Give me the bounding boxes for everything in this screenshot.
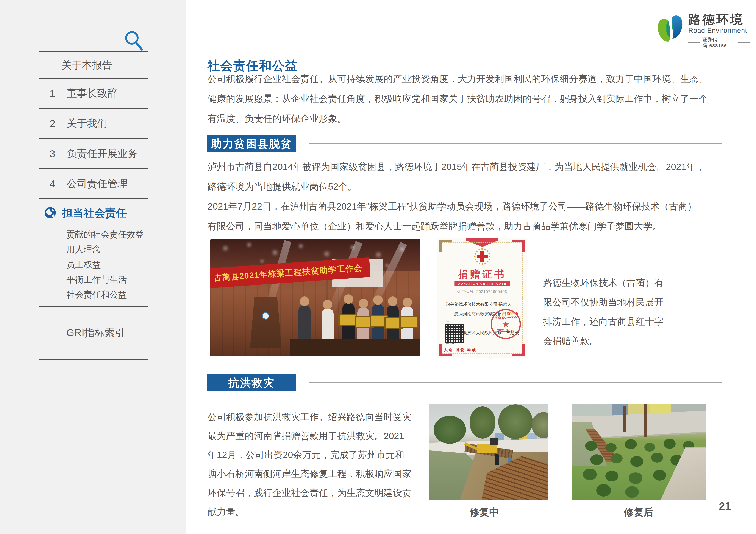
paragraph-line: 公司积极参加抗洪救灾工作。绍兴路德向当时受灾 (207, 407, 411, 426)
sidebar-item-responsible-business[interactable]: 3 负责任开展业务 (39, 138, 148, 168)
intro-line: 公司积极履行企业社会责任。从可持续发展的产业投资角度，大力开发利国利民的环保细分… (207, 69, 708, 89)
table-of-contents-sidebar: 关于本报告 1 董事长致辞 2 关于我们 3 负责任开展业务 4 公司责任管理 (0, 0, 186, 534)
sidebar-item-label: 关于我们 (67, 117, 107, 130)
stock-code: 证券代码:688156 (702, 37, 735, 49)
toc-nav: 关于本报告 1 董事长致辞 2 关于我们 3 负责任开展业务 4 公司责任管理 (39, 51, 148, 360)
sidebar-subitem-work-life-balance[interactable]: 平衡工作与生活 (67, 272, 148, 287)
paragraph-line: 泸州市古蔺县自2014年被评为国家级贫困县，路德环境于2015年在古蔺县投资建厂… (207, 157, 705, 177)
sidebar-divider (39, 359, 148, 360)
photo-donation-certificate: 捐赠证书 DONATION CERTIFICATE 证书编号: 20210726… (438, 238, 527, 358)
sidebar-item-label: 负责任开展业务 (67, 147, 138, 161)
photo-donation-ceremony: 古蔺县2021年栋梁工程扶贫助学工作会 (210, 240, 420, 356)
corner-ornament (439, 240, 452, 252)
caption-during: 修复中 (470, 506, 499, 519)
red-seal: 河南省红十字会 ★ 2021.07.26 (491, 309, 521, 339)
sidebar-subitem-social-benefit[interactable]: 贡献的社会责任效益 (67, 227, 148, 242)
side-note-line: 会捐赠善款。 (543, 331, 663, 350)
sidebar-subitem-csr-charity[interactable]: 社会责任和公益 (67, 287, 148, 302)
sidebar-item-chairman-address[interactable]: 1 董事长致辞 (39, 78, 148, 108)
intro-line: 健康的发展愿景；从企业社会责任角度，积极响应党和国家关于扶贫助农助困的号召，躬身… (207, 89, 708, 109)
search-icon[interactable] (124, 31, 144, 51)
poverty-paragraph-2: 2021年7月22日，在泸州古蔺县2021年“栋梁工程”扶贫助学动员会现场，路德… (207, 196, 697, 236)
excavator (477, 444, 498, 453)
tree (470, 406, 496, 439)
sidebar-item-label: 董事长致辞 (67, 87, 118, 100)
page-number: 21 (719, 500, 731, 513)
certificate-title: 捐赠证书 (438, 267, 527, 281)
side-note-line: 限公司不仅协助当地村民展开 (543, 292, 663, 312)
sidebar-subitems: 贡献的社会责任效益 用人理念 员工权益 平衡工作与生活 社会责任和公益 (39, 227, 148, 302)
sidebar-item-number: 2 (50, 117, 60, 129)
star-icon: ★ (502, 320, 510, 329)
worker-silhouette (495, 454, 499, 465)
paragraph-line: 最为严重的河南省捐赠善款用于抗洪救灾。2021 (207, 426, 411, 445)
report-page: 关于本报告 1 董事长致辞 2 关于我们 3 负责任开展业务 4 公司责任管理 (0, 0, 756, 534)
certificate-recipient: 绍兴路德环保技术有限公司 捐赠人 (446, 299, 520, 309)
certificate-motto: 人道 博爱 奉献 (444, 347, 476, 352)
intro-paragraph: 公司积极履行企业社会责任。从可持续发展的产业投资角度，大力开发利国利民的环保细分… (207, 69, 708, 128)
planted-bushes (585, 441, 597, 451)
tree-trunk (644, 404, 647, 437)
paragraph-line: 有限公司，同当地爱心单位（企业）和爱心人士一起踊跃举牌捐赠善款，助力古蔺品学兼优… (207, 216, 697, 236)
ceiling-lights (210, 240, 210, 240)
sidebar-subitem-talent-philosophy[interactable]: 用人理念 (67, 242, 148, 257)
caption-after: 修复后 (624, 506, 654, 519)
corner-ornament (512, 240, 525, 252)
sidebar-item-number: 3 (50, 148, 60, 160)
sidebar-item-label: 担当社会责任 (62, 206, 127, 220)
stock-dash-left (688, 42, 700, 43)
red-cross-laurel-icon (474, 248, 491, 265)
sidebar-item-number: 4 (50, 178, 60, 190)
paragraph-line: 塘小石桥河南侧河岸生态修复工程，积极响应国家 (207, 464, 411, 483)
globe-icon (44, 207, 56, 220)
sidebar-section-social-responsibility: 担当社会责任 贡献的社会责任效益 用人理念 员工权益 平衡工作与生活 社会责任和… (39, 198, 148, 306)
logo-leaf-icon (657, 13, 685, 49)
tree (498, 404, 533, 439)
podium (250, 297, 282, 348)
certificate-subtitle: DONATION CERTIFICATE (454, 281, 510, 286)
certificate-number: 证书编号: 2021072600406 (438, 289, 527, 294)
tree-trunk (623, 406, 626, 432)
sidebar-item-label: 关于本报告 (62, 58, 112, 72)
award-plaque (338, 314, 357, 326)
stage-table (290, 339, 420, 356)
side-note-line: 路德生物环保技术（古蔺）有 (543, 273, 663, 292)
seal-org: 河南省红十字会 (495, 316, 517, 320)
sidebar-subitem-employee-rights[interactable]: 员工权益 (67, 257, 148, 272)
stone-parapet (660, 447, 706, 500)
photo-riverbank-after-restoration (572, 404, 706, 500)
section-rule (309, 382, 722, 383)
paragraph-line: 环保号召，践行企业社会责任，为生态文明建设贡 (207, 483, 411, 502)
poverty-paragraph-1: 泸州市古蔺县自2014年被评为国家级贫困县，路德环境于2015年在古蔺县投资建厂… (207, 157, 705, 196)
paragraph-line: 献力量。 (207, 502, 411, 521)
paragraph-line: 路德环境为当地提供就业岗位52个。 (207, 177, 705, 196)
certificate-side-note: 路德生物环保技术（古蔺）有 限公司不仅协助当地村民展开 排涝工作，还向古蔺县红十… (543, 273, 663, 350)
sidebar-item-label: 公司责任管理 (67, 177, 127, 191)
flood-relief-paragraph: 公司积极参加抗洪救灾工作。绍兴路德向当时受灾 最为严重的河南省捐赠善款用于抗洪救… (207, 407, 411, 521)
section-rule (309, 142, 722, 144)
sidebar-item-about-us[interactable]: 2 关于我们 (39, 108, 148, 138)
sidebar-item-responsibility-management[interactable]: 4 公司责任管理 (39, 168, 148, 198)
sidebar-item-about-report[interactable]: 关于本报告 (39, 51, 148, 78)
paragraph-line: 2021年7月22日，在泸州古蔺县2021年“栋梁工程”扶贫助学动员会现场，路德… (207, 196, 697, 216)
sidebar-item-number: 1 (50, 88, 60, 99)
sidebar-item-social-responsibility[interactable]: 担当社会责任 (39, 206, 148, 220)
qr-code (445, 324, 464, 343)
tree (434, 416, 466, 444)
stock-dash-right (738, 42, 749, 43)
brand-name-en: Road Environment (688, 26, 749, 35)
company-logo: 路德环境 Road Environment 证券代码:688156 (657, 13, 749, 49)
award-plaque (399, 316, 418, 328)
intro-line: 有温度、负责任的环保企业形象。 (207, 109, 708, 128)
paragraph-line: 年12月，公司出资20余万元，完成了苏州市元和 (207, 445, 411, 464)
seal-date: 2021.07.26 (497, 329, 514, 332)
brand-name-cn: 路德环境 (688, 13, 749, 26)
sidebar-item-gri-index[interactable]: GRI指标索引 (39, 306, 148, 359)
sidebar-item-label: GRI指标索引 (67, 326, 125, 340)
section-heading-poverty-alleviation: 助力贫困县脱贫 (207, 135, 296, 152)
side-note-line: 排涝工作，还向古蔺县红十字 (543, 312, 663, 331)
section-heading-flood-relief: 抗洪救灾 (207, 374, 296, 392)
photo-riverbank-during-restoration (429, 404, 549, 500)
